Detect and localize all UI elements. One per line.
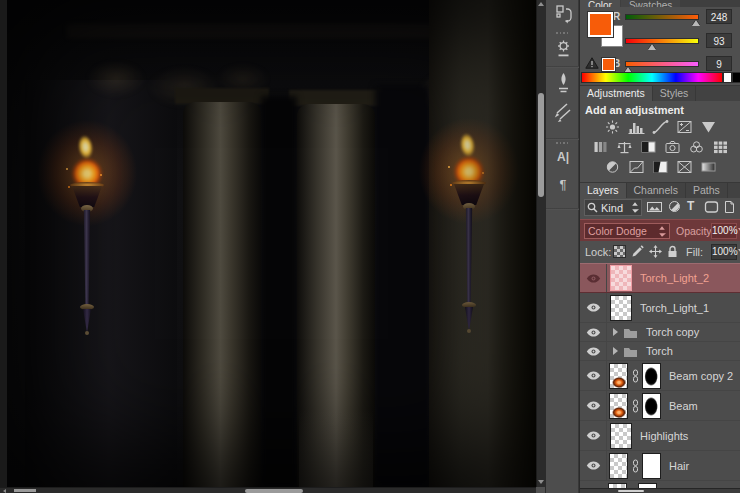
tool-presets-panel-icon[interactable] <box>546 38 580 60</box>
layer-row-highlights[interactable]: Highlights <box>580 421 740 451</box>
scroll-down-arrow[interactable] <box>538 480 544 484</box>
visibility-toggle[interactable] <box>580 323 607 341</box>
horizontal-scrollbar-thumb[interactable] <box>245 489 303 493</box>
tab-adjustments[interactable]: Adjustments <box>580 86 653 101</box>
layer-name[interactable]: Highlights <box>640 430 688 442</box>
tab-paths[interactable]: Paths <box>686 183 728 198</box>
layer-name[interactable]: Hair <box>669 460 689 472</box>
tab-layers[interactable]: Layers <box>580 183 627 198</box>
foreground-color-swatch[interactable] <box>588 12 613 37</box>
layer-name[interactable]: Beam copy 2 <box>669 370 733 382</box>
clone-source-panel-icon[interactable] <box>546 4 580 28</box>
group-expander-icon[interactable] <box>613 328 618 336</box>
photo-filter-icon[interactable] <box>663 140 682 155</box>
mask-link-icon[interactable] <box>631 369 639 383</box>
red-slider-thumb[interactable] <box>692 20 700 26</box>
blue-value-field[interactable]: 9 <box>706 56 732 71</box>
scroll-up-arrow[interactable] <box>538 2 544 6</box>
layer-thumbnail[interactable] <box>609 393 628 419</box>
red-slider-track[interactable] <box>625 14 699 20</box>
layer-row-partial[interactable] <box>580 481 740 488</box>
selective-color-icon[interactable] <box>675 160 694 175</box>
layer-name[interactable]: Beam <box>669 400 698 412</box>
visibility-toggle[interactable] <box>580 391 607 420</box>
layer-row-beam[interactable]: Beam <box>580 391 740 421</box>
character-panel-icon[interactable]: A| <box>546 150 580 164</box>
green-slider-track[interactable] <box>625 38 699 44</box>
layer-thumbnail[interactable] <box>610 265 632 291</box>
visibility-toggle[interactable] <box>580 293 607 322</box>
layer-row-torch[interactable]: Torch <box>580 342 740 361</box>
filter-pixel-layers-icon[interactable] <box>646 200 663 216</box>
tab-color[interactable]: Color <box>580 0 620 7</box>
spectrum-black-swatch[interactable] <box>732 72 740 83</box>
visibility-toggle[interactable] <box>580 421 607 450</box>
vertical-scrollbar-thumb[interactable] <box>538 93 544 197</box>
visibility-toggle[interactable] <box>580 342 607 360</box>
filter-type-layers-icon[interactable]: T <box>687 199 694 213</box>
layer-row-torch-light-1[interactable]: Torch_Light_1 <box>580 293 740 323</box>
invert-icon[interactable] <box>603 160 622 175</box>
green-value-field[interactable]: 93 <box>706 33 732 48</box>
visibility-toggle[interactable] <box>580 361 607 390</box>
dock-grip[interactable] <box>556 32 570 34</box>
color-lookup-icon[interactable] <box>711 140 730 155</box>
mask-link-icon[interactable] <box>631 399 639 413</box>
curves-icon[interactable] <box>651 120 670 135</box>
kind-filter-select[interactable]: Kind <box>584 199 642 216</box>
layer-name[interactable]: Torch <box>646 345 673 357</box>
group-expander-icon[interactable] <box>613 347 618 355</box>
layer-thumbnail[interactable] <box>609 363 628 389</box>
blue-slider-track[interactable] <box>625 61 699 67</box>
layer-thumbnail[interactable] <box>609 453 628 479</box>
lock-all-icon[interactable] <box>667 245 678 260</box>
layer-row-torch-light-2[interactable]: Torch_Light_2 <box>580 263 740 293</box>
tab-channels[interactable]: Channels <box>627 183 686 198</box>
panel-resize-gripper[interactable] <box>618 490 644 492</box>
green-slider-thumb[interactable] <box>648 44 656 50</box>
filter-adjustment-layers-icon[interactable] <box>668 200 681 215</box>
document-canvas[interactable] <box>0 0 536 487</box>
visibility-toggle[interactable] <box>580 451 607 480</box>
mask-link-icon[interactable] <box>631 459 639 473</box>
layer-row-beam-copy-2[interactable]: Beam copy 2 <box>580 361 740 391</box>
layer-name[interactable]: Torch_Light_1 <box>640 302 709 314</box>
scroll-left-arrow[interactable] <box>3 489 6 493</box>
threshold-icon[interactable] <box>651 160 670 175</box>
layer-mask-thumbnail[interactable] <box>642 363 661 389</box>
lock-pixels-icon[interactable] <box>631 245 644 260</box>
hue-saturation-icon[interactable] <box>591 140 610 155</box>
visibility-toggle[interactable] <box>580 264 607 292</box>
opacity-field[interactable]: 100% <box>711 223 737 239</box>
channel-mixer-icon[interactable] <box>687 140 706 155</box>
dock-grip[interactable] <box>556 142 570 144</box>
color-spectrum-ramp[interactable] <box>581 72 723 83</box>
levels-icon[interactable] <box>627 120 646 135</box>
lock-position-icon[interactable] <box>649 245 662 260</box>
tab-swatches[interactable]: Swatches <box>621 0 680 7</box>
lock-transparency-icon[interactable] <box>613 245 626 258</box>
brush-presets-panel-icon[interactable] <box>546 100 580 124</box>
layer-mask-thumbnail[interactable] <box>642 453 661 479</box>
layer-row-torch-copy[interactable]: Torch copy <box>580 323 740 342</box>
layer-thumbnail[interactable] <box>610 295 632 321</box>
brush-panel-icon[interactable] <box>546 72 580 96</box>
filter-shape-layers-icon[interactable] <box>704 200 719 216</box>
gamut-warning-icon[interactable] <box>585 57 599 71</box>
layer-mask-thumbnail[interactable] <box>642 393 661 419</box>
exposure-icon[interactable] <box>675 120 694 135</box>
horizontal-scrollbar[interactable] <box>0 487 536 493</box>
layer-row-hair[interactable]: Hair <box>580 451 740 481</box>
vibrance-icon[interactable] <box>699 120 718 135</box>
posterize-icon[interactable] <box>627 160 646 175</box>
spectrum-white-swatch[interactable] <box>723 72 732 83</box>
fill-field[interactable]: 100% <box>711 244 737 260</box>
paragraph-panel-icon[interactable]: ¶ <box>546 177 580 192</box>
gamut-swatch[interactable] <box>602 58 615 71</box>
vertical-scrollbar[interactable] <box>536 0 545 487</box>
filter-smart-objects-icon[interactable] <box>723 200 736 216</box>
gradient-map-icon[interactable] <box>699 160 718 175</box>
tab-styles[interactable]: Styles <box>653 86 697 101</box>
blend-mode-select[interactable]: Color Dodge <box>584 223 670 239</box>
brightness-contrast-icon[interactable] <box>603 120 622 135</box>
